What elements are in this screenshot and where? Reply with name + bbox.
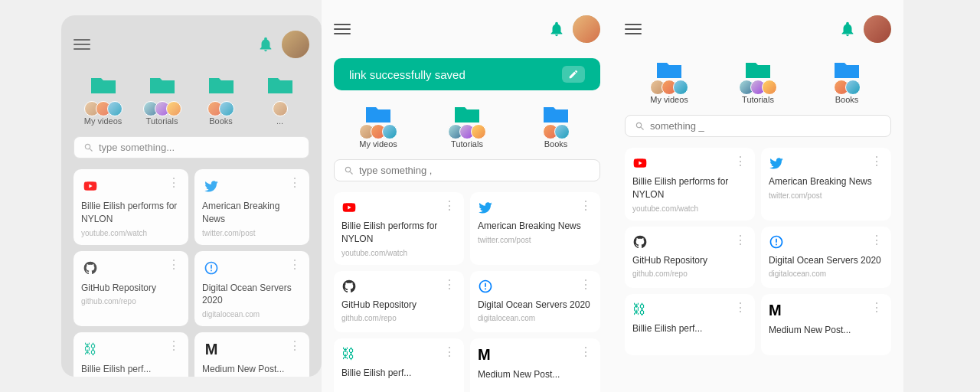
card-url-do-left: digitalocean.com	[202, 310, 302, 318]
search-bar-left[interactable]	[74, 136, 309, 158]
card-menu-twitter-left[interactable]: ⋮	[289, 177, 302, 189]
link-icon: ⛓	[81, 340, 100, 358]
folder-item-books-right[interactable]: Books	[802, 58, 891, 104]
card-link-center[interactable]: ⛓ ⋮ Billie Eilish perf...	[334, 338, 464, 392]
github-icon-center	[341, 279, 357, 294]
card-title-github-center: GitHub Repository	[341, 299, 456, 312]
folder-label-extra: ...	[276, 116, 283, 126]
card-link-left[interactable]: ⛓ ⋮ Billie Eilish perf...	[74, 332, 188, 377]
toast-edit-button[interactable]	[562, 66, 585, 83]
folder-label-myvideos-right: My videos	[650, 95, 688, 104]
twitter-icon-center	[478, 200, 493, 215]
card-menu-medium-center[interactable]: ⋮	[580, 346, 593, 358]
card-title-medium-right: Medium New Post...	[769, 324, 884, 337]
card-twitter-right[interactable]: ⋮ American Breaking News twitter.com/pos…	[761, 148, 891, 220]
card-link-right[interactable]: ⛓ ⋮ Billie Eilish perf...	[625, 294, 755, 355]
card-medium-center[interactable]: M ⋮ Medium New Post...	[470, 338, 600, 392]
card-menu-twitter-right[interactable]: ⋮	[871, 155, 884, 168]
card-github-left[interactable]: ⋮ GitHub Repository github.com/repo	[74, 251, 188, 327]
avatar-right[interactable]	[864, 15, 891, 43]
search-bar-center[interactable]	[334, 159, 600, 181]
card-title-do-right: Digital Ocean Servers 2020	[769, 254, 884, 267]
folder-label-tutorials-right: Tutorials	[742, 95, 774, 104]
search-input-right[interactable]	[650, 120, 881, 132]
folder-item-myvideos-right[interactable]: My videos	[625, 58, 714, 104]
card-title-youtube-right: Billie Eilish performs for NYLON	[632, 175, 747, 201]
toast-message: link successfully saved	[349, 68, 466, 81]
search-input-left[interactable]	[99, 142, 299, 153]
card-menu-link-right[interactable]: ⋮	[734, 302, 747, 314]
search-input-center[interactable]	[359, 165, 590, 176]
card-url-do-right: digitalocean.com	[769, 270, 884, 278]
card-url-github-left: github.com/repo	[81, 297, 181, 305]
folder-row-right: My videos Tutorials Books	[625, 58, 891, 104]
card-title-twitter-left: American Breaking News	[202, 200, 302, 226]
folder-item-books-center[interactable]: Books	[511, 103, 600, 149]
card-youtube-center[interactable]: ⋮ Billie Eilish performs for NYLON youtu…	[334, 192, 464, 265]
card-github-center[interactable]: ⋮ GitHub Repository github.com/repo	[334, 271, 464, 332]
link-icon-center: ⛓	[341, 346, 355, 362]
bell-icon-right[interactable]	[839, 21, 856, 38]
hamburger-menu-icon-right[interactable]	[625, 24, 642, 34]
card-github-right[interactable]: ⋮ GitHub Repository github.com/repo	[625, 227, 755, 288]
card-menu-do-left[interactable]: ⋮	[289, 259, 302, 271]
panel-right-header	[625, 12, 891, 46]
card-youtube-right[interactable]: ⋮ Billie Eilish performs for NYLON youtu…	[625, 148, 755, 220]
card-do-right[interactable]: ⋮ Digital Ocean Servers 2020 digitalocea…	[761, 227, 891, 288]
folder-label-books-center: Books	[544, 139, 568, 149]
link-icon-right: ⛓	[632, 302, 646, 318]
bell-icon[interactable]	[257, 36, 274, 53]
github-icon	[81, 259, 100, 277]
card-menu-youtube-right[interactable]: ⋮	[734, 155, 747, 168]
hamburger-menu-icon[interactable]	[74, 39, 90, 50]
folder-item-myvideos[interactable]: My videos	[74, 74, 132, 126]
folder-item-myvideos-center[interactable]: My videos	[334, 103, 423, 149]
card-title-do-left: Digital Ocean Servers 2020	[202, 282, 302, 308]
search-bar-right[interactable]	[625, 115, 891, 137]
card-twitter-center[interactable]: ⋮ American Breaking News twitter.com/pos…	[470, 192, 600, 265]
avatar-center[interactable]	[573, 15, 600, 43]
hamburger-menu-icon-center[interactable]	[334, 24, 351, 34]
card-menu-link-left[interactable]: ⋮	[168, 340, 181, 352]
panel-left: My videos Tutorials	[61, 15, 322, 377]
card-medium-left[interactable]: M ⋮ Medium New Post...	[194, 332, 309, 377]
avatar[interactable]	[282, 31, 309, 58]
folder-row-left: My videos Tutorials	[74, 74, 309, 126]
panel-left-header	[74, 28, 309, 61]
card-do-center[interactable]: ⋮ Digital Ocean Servers 2020 digitalocea…	[470, 271, 600, 332]
toast-notification: link successfully saved	[334, 58, 600, 90]
card-menu-do-center[interactable]: ⋮	[580, 279, 593, 291]
folder-item-extra[interactable]: ...	[250, 74, 309, 126]
card-medium-right[interactable]: M ⋮ Medium New Post...	[761, 294, 891, 355]
folder-item-tutorials[interactable]: Tutorials	[132, 74, 191, 126]
folder-item-books[interactable]: Books	[191, 74, 250, 126]
card-menu-github-center[interactable]: ⋮	[443, 279, 456, 291]
card-menu-do-right[interactable]: ⋮	[871, 234, 884, 247]
bell-icon-center[interactable]	[548, 21, 565, 38]
folder-label-myvideos-center: My videos	[359, 139, 397, 149]
card-menu-youtube-center[interactable]: ⋮	[443, 200, 456, 212]
folder-item-tutorials-right[interactable]: Tutorials	[714, 58, 802, 104]
card-title-medium-left: Medium New Post...	[202, 363, 302, 376]
header-right-right	[839, 15, 891, 43]
card-menu-link-center[interactable]: ⋮	[443, 346, 456, 358]
youtube-icon-right	[632, 155, 648, 171]
card-menu-twitter-center[interactable]: ⋮	[580, 200, 593, 212]
card-title-github-left: GitHub Repository	[81, 282, 181, 295]
card-menu-medium-left[interactable]: ⋮	[289, 340, 302, 352]
card-title-link-left: Billie Eilish perf...	[81, 363, 181, 376]
card-url-twitter-right: twitter.com/post	[769, 191, 884, 200]
card-twitter-left[interactable]: ⋮ American Breaking News twitter.com/pos…	[194, 169, 309, 245]
card-do-left[interactable]: ⋮ Digital Ocean Servers 2020 digitalocea…	[194, 251, 309, 327]
folder-label-myvideos: My videos	[84, 116, 122, 126]
cards-grid-left: ⋮ Billie Eilish performs for NYLON youtu…	[74, 169, 309, 377]
card-menu-medium-right[interactable]: ⋮	[871, 302, 884, 314]
panel-center-header	[334, 12, 600, 46]
twitter-icon	[202, 177, 220, 195]
card-youtube-left[interactable]: ⋮ Billie Eilish performs for NYLON youtu…	[74, 169, 188, 245]
card-menu-github-left[interactable]: ⋮	[168, 259, 181, 271]
card-url-do-center: digitalocean.com	[478, 314, 593, 322]
folder-item-tutorials-center[interactable]: Tutorials	[423, 103, 511, 149]
card-menu-github-right[interactable]: ⋮	[734, 234, 747, 247]
card-menu-youtube-left[interactable]: ⋮	[168, 177, 181, 189]
